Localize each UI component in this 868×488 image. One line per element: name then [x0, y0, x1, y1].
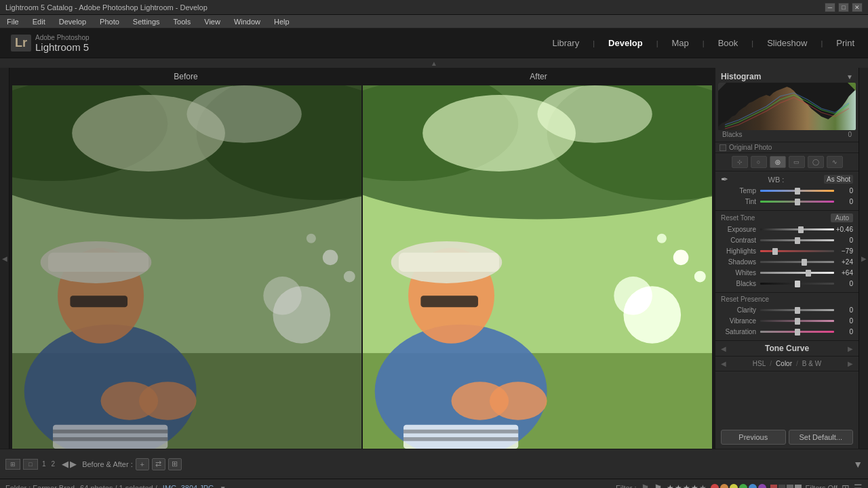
right-panel-collapse[interactable]: ▶: [859, 68, 868, 449]
star-4[interactable]: ★: [691, 483, 698, 488]
left-panel-collapse[interactable]: ◀: [0, 68, 9, 449]
menu-help[interactable]: Help: [271, 17, 292, 26]
tone-curve-collapse-icon: ◀: [721, 345, 726, 352]
nav-book[interactable]: Book: [715, 37, 741, 49]
contrast-slider-thumb[interactable]: [795, 237, 800, 244]
spot-remove-icon[interactable]: ○: [751, 156, 767, 168]
nav-library[interactable]: Library: [549, 37, 582, 49]
auto-btn[interactable]: Auto: [831, 214, 853, 222]
reset-presence-btn[interactable]: Reset Presence: [721, 296, 769, 303]
menu-tools[interactable]: Tools: [171, 17, 194, 26]
reset-tone-btn[interactable]: Reset Tone: [721, 214, 755, 222]
star-2[interactable]: ★: [675, 483, 682, 488]
nav-print[interactable]: Print: [833, 37, 857, 49]
highlights-slider-track[interactable]: [760, 250, 834, 252]
clarity-label: Clarity: [721, 306, 760, 314]
original-photo-checkbox[interactable]: [719, 144, 726, 151]
maximize-button[interactable]: □: [838, 3, 849, 12]
whites-slider-thumb[interactable]: [806, 270, 811, 277]
nav-slideshow[interactable]: Slideshow: [764, 37, 810, 49]
wb-row: ✒ WB : As Shot: [721, 174, 853, 184]
ba-options-btn[interactable]: ⊞: [168, 458, 182, 470]
star-5[interactable]: ★: [699, 483, 707, 488]
grad-filter-icon[interactable]: ▭: [789, 156, 805, 168]
tab-color[interactable]: Color: [774, 359, 793, 368]
orange-label-filter[interactable]: [720, 484, 728, 488]
next-photo-btn[interactable]: ▶: [70, 459, 77, 469]
top-panel-toggle[interactable]: ▲: [0, 58, 868, 68]
minimize-button[interactable]: ─: [825, 3, 835, 12]
clarity-slider-track[interactable]: [760, 309, 834, 311]
shadows-slider-track[interactable]: [760, 261, 834, 263]
filter-icon-2[interactable]: ⚑: [654, 483, 663, 488]
whites-slider-track[interactable]: [760, 272, 834, 274]
temp-slider-thumb[interactable]: [795, 188, 800, 195]
menu-window[interactable]: Window: [231, 17, 263, 26]
whites-value: +64: [834, 269, 853, 277]
clarity-slider-thumb[interactable]: [795, 307, 800, 314]
vibrance-slider-thumb[interactable]: [795, 318, 800, 325]
grid-view-btn[interactable]: ⊞: [5, 459, 20, 470]
filename-dropdown[interactable]: ▼: [220, 485, 226, 489]
tab-hsl[interactable]: HSL: [751, 359, 767, 368]
filename[interactable]: IMG_3804.JPG: [163, 484, 214, 488]
histogram-dropdown-icon[interactable]: ▼: [846, 73, 853, 81]
vibrance-slider-track[interactable]: [760, 320, 834, 322]
star-1[interactable]: ★: [667, 483, 674, 488]
nav-map[interactable]: Map: [669, 37, 691, 49]
adjustment-brush-icon[interactable]: ∿: [827, 156, 843, 168]
saturation-slider-track[interactable]: [760, 331, 834, 333]
wb-value-dropdown[interactable]: As Shot: [824, 175, 853, 184]
close-button[interactable]: ✕: [852, 3, 863, 12]
blacks-slider-thumb[interactable]: [795, 281, 800, 287]
saturation-slider-row: Saturation 0: [721, 327, 853, 336]
crop-tool-icon[interactable]: ⊹: [732, 156, 748, 168]
tint-slider-track[interactable]: [760, 201, 834, 203]
shadows-slider-thumb[interactable]: [802, 259, 807, 266]
toolbar-collapse-btn[interactable]: ▼: [853, 459, 863, 470]
radial-filter-icon[interactable]: ◯: [808, 156, 824, 168]
star-3[interactable]: ★: [683, 483, 690, 488]
red-label-filter[interactable]: [711, 484, 719, 488]
loupe-view-btn[interactable]: □: [23, 459, 38, 470]
exposure-slider-thumb[interactable]: [798, 226, 804, 233]
previous-button[interactable]: Previous: [721, 430, 786, 445]
tint-slider-thumb[interactable]: [795, 199, 800, 205]
ba-swap-btn[interactable]: ⇄: [152, 458, 165, 470]
ba-add-btn[interactable]: +: [136, 458, 149, 470]
menu-view[interactable]: View: [201, 17, 223, 26]
unflag[interactable]: [778, 485, 785, 488]
menu-edit[interactable]: Edit: [30, 17, 48, 26]
menu-photo[interactable]: Photo: [97, 17, 122, 26]
saturation-slider-thumb[interactable]: [795, 329, 800, 336]
redeye-icon[interactable]: ◎: [770, 156, 786, 168]
svg-rect-21: [53, 437, 167, 441]
contrast-slider-track[interactable]: [760, 239, 834, 241]
filmstrip-toggle[interactable]: ☰: [854, 483, 863, 488]
menu-develop[interactable]: Develop: [56, 17, 89, 26]
reject-flag[interactable]: [770, 485, 777, 488]
eyedropper-icon[interactable]: ✒: [721, 174, 728, 184]
purple-label-filter[interactable]: [758, 484, 766, 488]
filmstrip-view-toggle[interactable]: ⊞: [842, 483, 850, 488]
photo-count: 64 photos / 1 selected /: [80, 484, 157, 488]
nav-develop[interactable]: Develop: [606, 37, 646, 49]
green-label-filter[interactable]: [739, 484, 747, 488]
hsl-section: ◀ HSL / Color / B & W ▶: [715, 357, 859, 371]
svg-point-18: [307, 234, 316, 243]
menu-settings[interactable]: Settings: [130, 17, 163, 26]
unflag-3[interactable]: [795, 485, 802, 488]
blue-label-filter[interactable]: [749, 484, 757, 488]
highlights-slider-thumb[interactable]: [772, 248, 778, 255]
temp-slider-track[interactable]: [760, 190, 834, 192]
set-default-button[interactable]: Set Default...: [789, 430, 854, 445]
prev-photo-btn[interactable]: ◀: [62, 459, 68, 469]
tab-bw[interactable]: B & W: [801, 359, 823, 368]
menu-file[interactable]: File: [4, 17, 22, 26]
tone-curve-toggle[interactable]: ◀ Tone Curve ▶: [721, 344, 853, 353]
filter-icon-1[interactable]: ⚑: [641, 483, 650, 488]
exposure-slider-track[interactable]: [760, 228, 834, 230]
blacks-slider-track[interactable]: [760, 283, 834, 285]
yellow-label-filter[interactable]: [730, 484, 738, 488]
unflag-2[interactable]: [787, 485, 793, 488]
